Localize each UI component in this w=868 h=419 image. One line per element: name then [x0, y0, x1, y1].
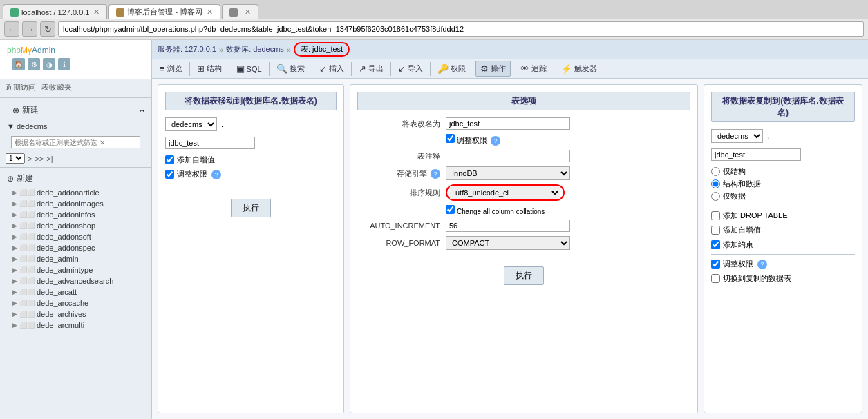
theme-icon[interactable]: ◑: [43, 58, 55, 70]
page-select[interactable]: 1: [6, 153, 25, 164]
tb-privileges[interactable]: 🔑 权限: [433, 61, 471, 77]
tab-1[interactable]: localhost / 127.0.0.1 ✕: [3, 4, 107, 19]
back-button[interactable]: ←: [4, 21, 19, 37]
home-icon[interactable]: 🏠: [12, 58, 25, 70]
tb-sep-4: [312, 62, 312, 76]
copy-db-select[interactable]: dedecms: [711, 129, 763, 143]
copy-adjust-priv-checkbox[interactable]: [711, 260, 720, 269]
tb-search[interactable]: 🔍 搜索: [272, 61, 310, 77]
add-drop-checkbox[interactable]: [711, 211, 720, 220]
tab-bar: localhost / 127.0.0.1 ✕ 博客后台管理 - 博客网 ✕ ✕: [0, 0, 868, 19]
row-format-select[interactable]: COMPACT: [446, 236, 570, 250]
settings-icon[interactable]: ⚙: [28, 58, 40, 70]
copy-add-autoinc-checkbox[interactable]: [711, 226, 720, 235]
tb-triggers[interactable]: ⚡ 触发器: [556, 61, 602, 77]
center-help-icon[interactable]: ?: [491, 136, 500, 146]
rename-input[interactable]: [446, 117, 570, 130]
data-only-radio[interactable]: [711, 192, 720, 201]
sidebar-table-item[interactable]: ▶⬜⬜dede_archives: [0, 309, 151, 320]
address-bar[interactable]: [58, 21, 864, 37]
sidebar-table-item[interactable]: ▶⬜⬜dede_admin: [0, 253, 151, 264]
bc-server: 服务器: 127.0.0.1: [158, 44, 216, 55]
db-node-dedecms[interactable]: ▼ dedecms: [0, 120, 151, 133]
move-db-select[interactable]: dedecms: [165, 117, 217, 131]
collation-select[interactable]: utf8_unicode_ci: [450, 186, 560, 199]
copy-adjust-priv-help[interactable]: ?: [757, 260, 767, 269]
toolbar: ≡ 浏览 ⊞ 结构 ▣ SQL 🔍 搜索 ↙ 插入: [152, 59, 868, 79]
switch-copy-checkbox[interactable]: [711, 274, 720, 283]
tb-sep-3: [269, 62, 270, 76]
table-filter-input[interactable]: [11, 136, 140, 148]
info-icon[interactable]: ℹ: [58, 58, 70, 70]
db-select-row: dedecms .: [165, 117, 337, 131]
page-next[interactable]: >: [28, 155, 32, 163]
tb-structure[interactable]: ⊞ 结构: [192, 61, 227, 77]
triggers-icon: ⚡: [561, 64, 572, 74]
add-constraints-row: 添加约束: [711, 240, 855, 250]
sidebar-table-item[interactable]: ▶⬜⬜dede_arcatt: [0, 286, 151, 298]
change-collations-row: Change all column collations: [446, 205, 690, 215]
browse-icon: ≡: [160, 64, 165, 74]
tb-sql[interactable]: ▣ SQL: [232, 61, 267, 77]
sidebar-table-item[interactable]: ▶⬜⬜dede_addonspec: [0, 242, 151, 253]
engine-select[interactable]: InnoDB: [446, 166, 570, 180]
copy-panel-title: 将数据表复制到(数据库名.数据表名): [711, 92, 855, 122]
move-execute-button[interactable]: 执行: [231, 199, 271, 217]
structure-only-label: 仅结构: [723, 166, 746, 177]
tab-2[interactable]: 博客后台管理 - 博客网 ✕: [108, 4, 220, 19]
center-adjust-priv-checkbox[interactable]: [446, 134, 455, 143]
move-dot-separator: .: [221, 119, 223, 129]
tab-close-2[interactable]: ✕: [207, 8, 213, 17]
structure-data-radio[interactable]: [711, 179, 720, 188]
sidebar-table-item[interactable]: ▶⬜⬜dede_admintype: [0, 264, 151, 275]
tb-import[interactable]: ↙ 导入: [393, 61, 428, 77]
sidebar-table-item[interactable]: ▶⬜⬜dede_advancedsearch: [0, 275, 151, 286]
sidebar-new-table[interactable]: ⊕ 新建: [0, 170, 151, 187]
move-table-name-input[interactable]: [165, 137, 255, 149]
table-name-row: [165, 137, 337, 149]
tab-favicon-1: [10, 8, 19, 17]
adjust-priv-help-icon[interactable]: ?: [211, 170, 221, 179]
page-end[interactable]: >>: [35, 155, 44, 163]
auto-inc-label: AUTO_INCREMENT: [357, 222, 440, 230]
center-execute-button[interactable]: 执行: [504, 266, 544, 285]
sidebar-table-item[interactable]: ▶⬜⬜dede_addonshop: [0, 220, 151, 231]
insert-label: 插入: [329, 64, 344, 74]
sidebar-table-item[interactable]: ▶⬜⬜dede_addoninfos: [0, 209, 151, 220]
sidebar-table-item[interactable]: ▶⬜⬜dede_arccache: [0, 298, 151, 309]
sidebar-new-button[interactable]: ⊕ 新建: [6, 101, 46, 119]
tb-export[interactable]: ↗ 导出: [354, 61, 388, 77]
tab-3[interactable]: ✕: [222, 4, 258, 19]
sidebar-toggle[interactable]: ↔: [138, 106, 146, 115]
tb-tracking[interactable]: 👁 追踪: [516, 61, 551, 77]
sidebar-table-item[interactable]: ▶⬜⬜dede_arcmulti: [0, 320, 151, 331]
refresh-button[interactable]: ↻: [40, 21, 55, 37]
browser-chrome: localhost / 127.0.0.1 ✕ 博客后台管理 - 博客网 ✕ ✕…: [0, 0, 868, 40]
comment-input[interactable]: [446, 150, 570, 162]
tb-browse[interactable]: ≡ 浏览: [155, 61, 187, 77]
tb-operations[interactable]: ⚙ 操作: [475, 61, 511, 77]
add-drop-label: 添加 DROP TABLE: [723, 211, 788, 221]
sidebar-table-item[interactable]: ▶⬜⬜dede_addonarticle: [0, 187, 151, 198]
sidebar-table-item[interactable]: ▶⬜⬜dede_addonsoft: [0, 231, 151, 242]
forward-button[interactable]: →: [22, 21, 37, 37]
sidebar-table-item[interactable]: ▶⬜⬜dede_addonimages: [0, 198, 151, 209]
tab-label-1: localhost / 127.0.0.1: [21, 8, 89, 17]
copy-divider: [711, 206, 855, 206]
db-expand-icon: ▼: [7, 122, 15, 130]
add-autoinc-checkbox[interactable]: [165, 155, 174, 164]
copy-table-name-input[interactable]: [711, 148, 801, 161]
adjust-priv-checkbox[interactable]: [165, 170, 174, 179]
add-constraints-checkbox[interactable]: [711, 240, 720, 249]
auto-inc-input[interactable]: [446, 220, 570, 232]
export-label: 导出: [368, 64, 384, 74]
tab-close-1[interactable]: ✕: [93, 8, 100, 17]
page-more[interactable]: >|: [46, 155, 53, 163]
change-collations-checkbox[interactable]: [446, 205, 455, 214]
tab-label-2: 博客后台管理 - 博客网: [127, 7, 202, 17]
structure-only-radio[interactable]: [711, 167, 720, 176]
engine-help-icon[interactable]: ?: [431, 169, 440, 179]
tab-close-3[interactable]: ✕: [245, 8, 251, 17]
page-nav: 1 > >> >|: [0, 152, 151, 165]
tb-insert[interactable]: ↙ 插入: [314, 61, 349, 77]
